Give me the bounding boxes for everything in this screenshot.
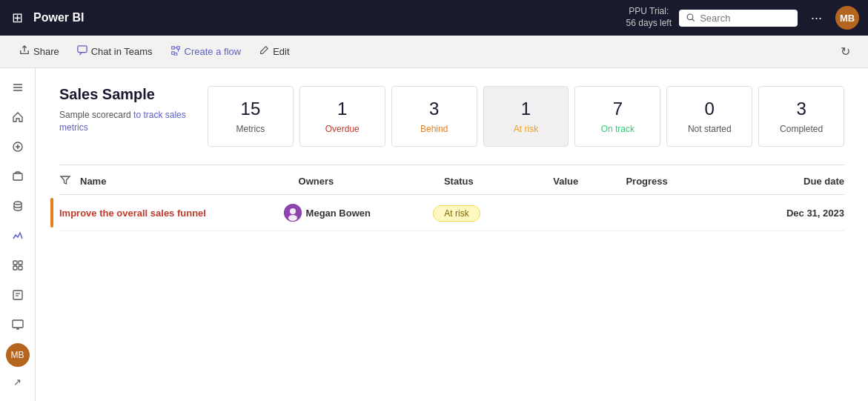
owner-avatar-image: [284, 204, 302, 222]
stat-metrics[interactable]: 15 Metrics: [208, 86, 294, 147]
stat-atrisk-number: 1: [493, 99, 560, 119]
stat-behind-label: Behind: [401, 124, 468, 134]
stat-notstarted[interactable]: 0 Not started: [666, 86, 752, 147]
svg-line-1: [692, 19, 695, 21]
status-badge: At risk: [433, 205, 480, 222]
svg-rect-12: [19, 261, 22, 265]
stat-completed-number: 3: [768, 99, 835, 119]
share-icon: [19, 45, 30, 58]
col-header-owners: Owners: [299, 176, 444, 187]
svg-rect-9: [13, 173, 22, 180]
col-header-progress: Progress: [626, 176, 735, 187]
stat-behind[interactable]: 3 Behind: [391, 86, 477, 147]
svg-point-0: [687, 14, 693, 20]
edit-button[interactable]: Edit: [251, 42, 296, 62]
stat-overdue-label: Overdue: [309, 124, 376, 134]
flow-icon: [170, 45, 181, 58]
stat-metrics-number: 15: [217, 99, 284, 119]
home-icon: [12, 111, 24, 123]
search-input[interactable]: [700, 13, 790, 24]
stat-ontrack-number: 7: [584, 99, 651, 119]
col-header-duedate: Due date: [735, 176, 844, 187]
col-header-name: Name: [80, 176, 299, 187]
browse-icon: [12, 170, 24, 182]
stat-metrics-label: Metrics: [217, 124, 284, 134]
user-avatar-topbar[interactable]: MB: [835, 6, 859, 30]
sidebar-item-apps[interactable]: [4, 252, 31, 279]
stat-ontrack[interactable]: 7 On track: [574, 86, 660, 147]
row-name-link[interactable]: Improve the overall sales funnel: [59, 208, 206, 219]
svg-rect-11: [13, 261, 17, 265]
menu-icon: [12, 82, 24, 93]
stat-ontrack-label: On track: [584, 124, 651, 134]
scorecard-title-block: Sales Sample Sample scorecard to track s…: [59, 86, 208, 134]
refresh-button[interactable]: ↻: [835, 42, 856, 62]
edit-icon: [259, 45, 269, 58]
topbar: ⊞ Power BI PPU Trial: 56 days left ··· M…: [0, 0, 868, 36]
row-status-indicator: [50, 198, 53, 228]
sidebar: MB ↗: [0, 68, 36, 401]
stat-overdue-number: 1: [309, 99, 376, 119]
stat-completed-label: Completed: [768, 124, 835, 134]
stat-notstarted-label: Not started: [676, 124, 743, 134]
data-icon: [12, 200, 24, 212]
sidebar-item-home[interactable]: [4, 104, 31, 130]
learn-icon: [12, 289, 24, 301]
row-owner-cell: Megan Bowen: [284, 204, 434, 222]
main-layout: MB ↗ Sales Sample Sample scorecard to tr…: [0, 68, 868, 401]
filter-icon[interactable]: [59, 174, 71, 188]
stat-atrisk-label: At risk: [493, 124, 560, 134]
scorecard-description: Sample scorecard to track sales metrics: [59, 109, 196, 134]
main-content: Sales Sample Sample scorecard to track s…: [36, 68, 868, 401]
chat-teams-button[interactable]: Chat in Teams: [70, 42, 160, 62]
create-icon: [12, 141, 24, 153]
sidebar-bottom: MB ↗: [4, 342, 31, 395]
waffle-icon[interactable]: ⊞: [9, 7, 26, 29]
sidebar-item-create[interactable]: [4, 133, 31, 160]
table-header: Name Owners Status Value Progress Due da…: [59, 165, 844, 195]
scorecard-link[interactable]: to track sales metrics: [59, 110, 186, 133]
row-name-cell: Improve the overall sales funnel: [59, 208, 284, 219]
sidebar-item-menu[interactable]: [4, 74, 31, 101]
svg-point-22: [290, 208, 296, 214]
actionbar: Share Chat in Teams Create a flow Edit ↻: [0, 36, 868, 68]
sidebar-item-goals[interactable]: [4, 222, 31, 249]
svg-rect-14: [19, 266, 22, 270]
stat-notstarted-number: 0: [676, 99, 743, 119]
owner-name: Megan Bowen: [306, 208, 371, 219]
user-avatar-sidebar: MB: [6, 343, 30, 367]
more-options-button[interactable]: ···: [805, 7, 828, 29]
goals-icon: [12, 230, 24, 242]
external-icon: ↗: [13, 377, 21, 388]
col-header-value: Value: [553, 176, 626, 187]
svg-rect-13: [13, 266, 17, 270]
sidebar-item-browse[interactable]: [4, 163, 31, 190]
share-button[interactable]: Share: [12, 42, 67, 62]
monitor-icon: [12, 319, 24, 331]
row-duedate-cell: Dec 31, 2023: [732, 208, 844, 219]
owner-avatar: [284, 204, 302, 222]
svg-rect-18: [13, 320, 23, 328]
sidebar-item-data[interactable]: [4, 193, 31, 219]
col-header-status: Status: [444, 176, 553, 187]
svg-rect-15: [13, 291, 22, 299]
stat-completed[interactable]: 3 Completed: [758, 86, 844, 147]
sidebar-item-learn[interactable]: [4, 282, 31, 308]
svg-point-10: [14, 202, 21, 205]
row-status-cell: At risk: [433, 208, 545, 219]
create-flow-button[interactable]: Create a flow: [163, 42, 249, 62]
search-box[interactable]: [679, 10, 798, 27]
stat-overdue[interactable]: 1 Overdue: [299, 86, 385, 147]
sidebar-item-avatar[interactable]: MB: [4, 342, 31, 368]
trial-info: PPU Trial: 56 days left: [626, 6, 672, 29]
header-section: Sales Sample Sample scorecard to track s…: [59, 86, 844, 147]
filter-funnel-icon: [59, 174, 71, 186]
search-icon: [686, 13, 695, 23]
sidebar-item-external[interactable]: ↗: [4, 368, 31, 395]
svg-rect-2: [78, 46, 87, 53]
stat-behind-number: 3: [401, 99, 468, 119]
stat-atrisk[interactable]: 1 At risk: [483, 86, 569, 147]
sidebar-item-monitor[interactable]: [4, 311, 31, 338]
apps-icon: [12, 259, 24, 271]
stats-row: 15 Metrics 1 Overdue 3 Behind 1 At risk: [208, 86, 844, 147]
